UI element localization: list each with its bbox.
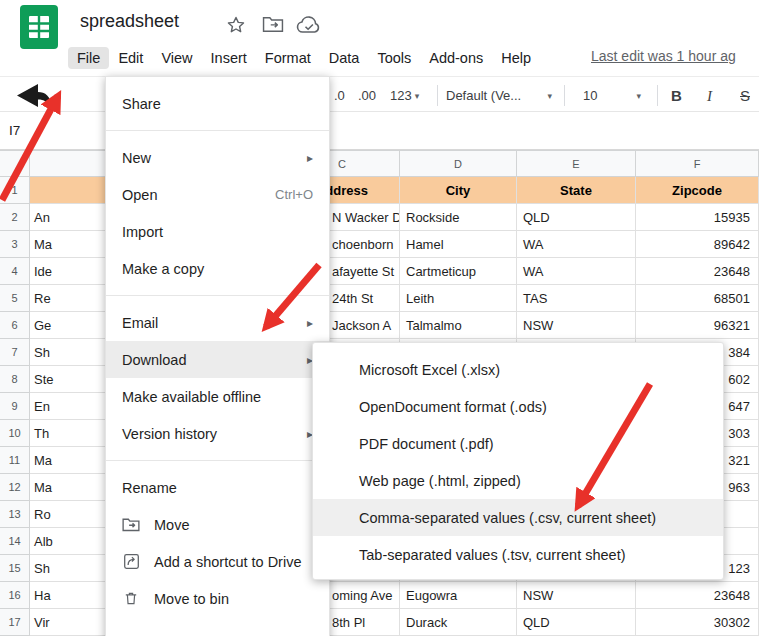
cell-D17[interactable]: Durack <box>400 609 517 636</box>
menubar-item-format[interactable]: Format <box>256 47 320 69</box>
cell-F5[interactable]: 68501 <box>636 285 759 312</box>
font-size-dropdown[interactable]: 10 ▾ <box>583 86 641 106</box>
menu-item-label: Rename <box>122 480 177 496</box>
undo-icon[interactable] <box>14 83 52 113</box>
cell-F3[interactable]: 89642 <box>636 231 759 258</box>
download-option-microsoft-excel-xlsx[interactable]: Microsoft Excel (.xlsx) <box>313 351 723 388</box>
row-header-16[interactable]: 16 <box>0 582 30 609</box>
increase-decimal-button[interactable]: .00 <box>358 86 376 106</box>
star-button[interactable] <box>226 15 246 35</box>
file-menu-item-download[interactable]: Download▸ <box>106 341 329 378</box>
column-header-E[interactable]: E <box>517 150 636 177</box>
row-header-14[interactable]: 14 <box>0 528 30 555</box>
grid-corner[interactable] <box>0 150 30 177</box>
last-edit-link[interactable]: Last edit was 1 hour ag <box>591 48 759 64</box>
menubar-item-tools[interactable]: Tools <box>368 47 420 69</box>
menu-item-label: Make available offline <box>122 389 261 405</box>
number-format-button[interactable]: 123 ▾ <box>390 86 419 106</box>
cell-D16[interactable]: Eugowra <box>400 582 517 609</box>
move-folder-icon <box>262 15 284 33</box>
menubar-item-add-ons[interactable]: Add-ons <box>420 47 492 69</box>
row-header-8[interactable]: 8 <box>0 366 30 393</box>
italic-button[interactable]: I <box>707 86 712 106</box>
cell-E5[interactable]: TAS <box>517 285 636 312</box>
file-menu-item-rename[interactable]: Rename <box>106 469 329 506</box>
number-format-label: 123 <box>390 86 412 106</box>
menubar: FileEditViewInsertFormatDataToolsAdd-ons… <box>68 44 540 72</box>
file-menu-item-share[interactable]: Share <box>106 85 329 122</box>
document-title[interactable]: spreadsheet <box>80 11 179 32</box>
row-header-15[interactable]: 15 <box>0 555 30 582</box>
decrease-decimal-button[interactable]: .0 <box>334 86 345 106</box>
download-submenu: Microsoft Excel (.xlsx)OpenDocument form… <box>312 342 724 580</box>
cell-E6[interactable]: NSW <box>517 312 636 339</box>
cell-D1[interactable]: City <box>400 177 517 204</box>
cell-E3[interactable]: WA <box>517 231 636 258</box>
dropdown-caret-icon: ▾ <box>547 86 552 106</box>
file-menu-item-new[interactable]: New▸ <box>106 139 329 176</box>
file-menu-item-move-to-bin[interactable]: Move to bin <box>106 580 329 617</box>
cell-F4[interactable]: 23648 <box>636 258 759 285</box>
row-header-17[interactable]: 17 <box>0 609 30 636</box>
row-header-1[interactable]: 1 <box>0 177 30 204</box>
download-option-opendocument-format-ods[interactable]: OpenDocument format (.ods) <box>313 388 723 425</box>
row-header-9[interactable]: 9 <box>0 393 30 420</box>
file-menu-item-open[interactable]: OpenCtrl+O <box>106 176 329 213</box>
menubar-item-edit[interactable]: Edit <box>109 47 152 69</box>
menu-divider <box>106 130 329 131</box>
column-header-F[interactable]: F <box>636 150 759 177</box>
file-menu-item-make-a-copy[interactable]: Make a copy <box>106 250 329 287</box>
cell-D6[interactable]: Talmalmo <box>400 312 517 339</box>
move-to-folder-button[interactable] <box>262 15 284 33</box>
cell-D4[interactable]: Cartmeticup <box>400 258 517 285</box>
cell-E4[interactable]: WA <box>517 258 636 285</box>
download-option-web-page-html-zipped[interactable]: Web page (.html, zipped) <box>313 462 723 499</box>
row-header-11[interactable]: 11 <box>0 447 30 474</box>
menu-item-label: Add a shortcut to Drive <box>154 554 302 570</box>
cell-F2[interactable]: 15935 <box>636 204 759 231</box>
file-menu-item-email[interactable]: Email▸ <box>106 304 329 341</box>
cell-F16[interactable]: 23648 <box>636 582 759 609</box>
cell-D3[interactable]: Hamel <box>400 231 517 258</box>
column-header-D[interactable]: D <box>400 150 517 177</box>
cell-D2[interactable]: Rockside <box>400 204 517 231</box>
cell-E1[interactable]: State <box>517 177 636 204</box>
row-header-7[interactable]: 7 <box>0 339 30 366</box>
strikethrough-button[interactable]: S <box>740 86 750 106</box>
menubar-item-data[interactable]: Data <box>320 47 369 69</box>
menubar-item-file[interactable]: File <box>68 47 109 69</box>
document-status-button[interactable] <box>296 15 322 34</box>
font-family-dropdown[interactable]: Default (Ve... ▾ <box>446 86 552 106</box>
sheets-logo[interactable] <box>20 5 58 49</box>
download-option-tab-separated-values-tsv-current-sheet[interactable]: Tab-separated values (.tsv, current shee… <box>313 536 723 573</box>
row-header-2[interactable]: 2 <box>0 204 30 231</box>
file-menu-item-move[interactable]: Move <box>106 506 329 543</box>
row-header-12[interactable]: 12 <box>0 474 30 501</box>
row-header-4[interactable]: 4 <box>0 258 30 285</box>
row-header-13[interactable]: 13 <box>0 501 30 528</box>
menubar-item-insert[interactable]: Insert <box>202 47 256 69</box>
file-menu-item-make-available-offline[interactable]: Make available offline <box>106 378 329 415</box>
name-box[interactable]: I7 <box>9 123 20 138</box>
titlebar: spreadsheet <box>0 0 759 44</box>
row-header-6[interactable]: 6 <box>0 312 30 339</box>
menubar-item-view[interactable]: View <box>152 47 201 69</box>
bold-button[interactable]: B <box>671 86 682 106</box>
cell-F6[interactable]: 96321 <box>636 312 759 339</box>
menu-item-label: Comma-separated values (.csv, current sh… <box>359 510 656 526</box>
cell-E2[interactable]: QLD <box>517 204 636 231</box>
cell-D5[interactable]: Leith <box>400 285 517 312</box>
row-header-3[interactable]: 3 <box>0 231 30 258</box>
cell-F17[interactable]: 30302 <box>636 609 759 636</box>
row-header-5[interactable]: 5 <box>0 285 30 312</box>
menubar-item-help[interactable]: Help <box>492 47 540 69</box>
download-option-comma-separated-values-csv-current-sheet[interactable]: Comma-separated values (.csv, current sh… <box>313 499 723 536</box>
file-menu-item-version-history[interactable]: Version history▸ <box>106 415 329 452</box>
download-option-pdf-document-pdf[interactable]: PDF document (.pdf) <box>313 425 723 462</box>
file-menu-item-add-a-shortcut-to-drive[interactable]: Add a shortcut to Drive <box>106 543 329 580</box>
cell-F1[interactable]: Zipcode <box>636 177 759 204</box>
row-header-10[interactable]: 10 <box>0 420 30 447</box>
cell-E17[interactable]: QLD <box>517 609 636 636</box>
cell-E16[interactable]: NSW <box>517 582 636 609</box>
file-menu-item-import[interactable]: Import <box>106 213 329 250</box>
